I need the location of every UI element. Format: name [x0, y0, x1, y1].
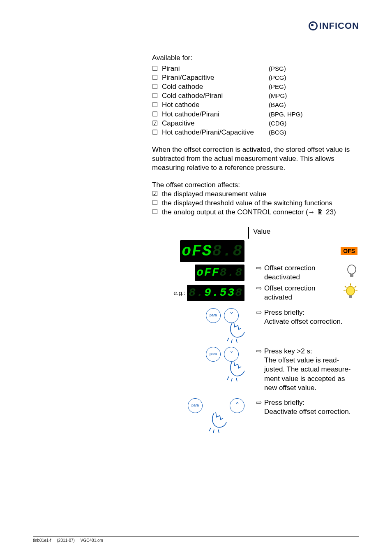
checkbox-unchecked-icon: ☐ [152, 65, 162, 73]
arrow-right-icon: ⇨ [256, 347, 262, 356]
hint-deactivated: Offset correction deactivated [264, 264, 346, 282]
sensor-name: Cold cathode [162, 82, 269, 91]
affects-item-threshold: ☐ the displayed threshold value of the s… [152, 199, 357, 208]
affects-text: the displayed threshold value of the swi… [162, 199, 357, 208]
sensor-code: (BPG, HPG) [269, 110, 303, 118]
checkbox-unchecked-icon: ☐ [152, 83, 162, 91]
sensor-row-pirani: ☐ Pirani (PSG) [152, 64, 357, 73]
arrow-right-icon: ⇨ [256, 308, 262, 317]
affects-heading: The offset correction affects: [152, 181, 357, 190]
seven-segment-display: oFF8.8 [195, 265, 244, 281]
sensor-row-hot-cathode-pirani: ☐ Hot cathode/Pirani (BPG, HPG) [152, 110, 357, 119]
sensor-row-hot-cathode: ☐ Hot cathode (BAG) [152, 100, 357, 109]
arrow-right-icon: ⇨ [256, 398, 262, 407]
sensor-code: (CDG) [269, 119, 286, 128]
main-content: Available for: ☐ Pirani (PSG) ☐ Pirani/C… [152, 53, 357, 431]
sensor-name: Hot cathode/Pirani/Capacitive [162, 128, 269, 137]
checkbox-unchecked-icon: ☐ [152, 92, 162, 100]
press-down-icon: ˅ [224, 308, 244, 341]
sensor-name: Hot cathode/Pirani [162, 110, 269, 119]
up-button-icon: ˄ [230, 398, 244, 413]
sensor-code: (BCG) [269, 128, 286, 137]
action-activate: para ˅ ⇨ Press briefly:Activate offset c… [152, 308, 357, 341]
hint-readjust-press: Press key >2 s:The offset value is read-… [264, 347, 357, 392]
seven-segment-display: oFS8.8 [180, 240, 244, 262]
svg-rect-8 [349, 295, 352, 298]
bulb-on-icon [344, 283, 357, 302]
example-label: e.g.: [173, 289, 185, 297]
footer-docid: tinb01e1-f [33, 538, 51, 543]
checkbox-unchecked-icon: ☐ [152, 208, 162, 216]
footer-date: (2011-07) [57, 538, 74, 543]
para-button-icon: para [206, 308, 221, 323]
sensor-code: (MPG) [269, 92, 287, 100]
sensor-code: (BAG) [269, 101, 286, 109]
display-row-ofs-large: oFS8.8 OFS [152, 240, 357, 262]
checkbox-unchecked-icon: ☐ [152, 74, 162, 82]
sensor-name: Hot cathode [162, 100, 269, 109]
svg-rect-1 [350, 274, 353, 277]
sensor-row-capacitive: ☑ Capacitive (CDG) [152, 119, 357, 128]
svg-point-7 [346, 286, 355, 295]
press-up-icon [206, 398, 226, 431]
action-deactivate: para ˄ ⇨ Press briefly:Deactivate offset… [152, 398, 357, 431]
brand-logo: INFICON [309, 21, 359, 31]
sensor-name: Capacitive [162, 119, 269, 128]
offset-description-paragraph: When the offset correction is activated,… [152, 145, 357, 172]
sensor-name: Pirani [162, 64, 269, 73]
arrow-right-icon: ⇨ [256, 284, 262, 293]
checkbox-checked-icon: ☑ [152, 190, 162, 198]
display-row-value: e.g.: 8.9.538 ⇨ Offset correction activa… [152, 283, 357, 302]
sensor-code: (PSG) [269, 65, 286, 73]
sensor-row-hot-cathode-pirani-capacitive: ☐ Hot cathode/Pirani/Capacitive (BCG) [152, 128, 357, 137]
svg-line-3 [345, 286, 346, 288]
affects-text: the analog output at the CONTROL connect… [162, 208, 357, 217]
affects-item-measurement: ☑ the displayed measurement value [152, 190, 357, 199]
checkbox-checked-icon: ☑ [152, 119, 162, 128]
seven-segment-display: 8.9.538 [187, 285, 244, 301]
hint-deactivate-press: Press briefly:Deactivate offset correcti… [264, 398, 357, 416]
svg-point-0 [348, 265, 356, 274]
footer-file: VGC401.om [81, 538, 103, 543]
hint-activated: Offset correction activated [264, 284, 344, 302]
value-table: Value oFS8.8 OFS oFF8.8 [152, 227, 357, 431]
checkbox-unchecked-icon: ☐ [152, 110, 162, 119]
value-column-header: Value [249, 227, 357, 239]
sensor-row-cold-cathode-pirani: ☐ Cold cathode/Pirani (MPG) [152, 91, 357, 100]
logo-text: INFICON [319, 21, 359, 31]
affects-text: the displayed measurement value [162, 190, 357, 199]
sensor-name: Cold cathode/Pirani [162, 91, 269, 100]
arrow-right-icon: ⇨ [256, 264, 262, 273]
sensor-code: (PCG) [269, 74, 286, 82]
page-footer: tinb01e1-f (2011-07) VGC401.om [33, 536, 359, 543]
press-down-hold-icon: ˅ [224, 347, 244, 380]
checkbox-unchecked-icon: ☐ [152, 199, 162, 207]
para-button-icon: para [188, 398, 203, 413]
ofs-badge: OFS [341, 247, 357, 255]
action-readjust: para ˅ ⇨ Press key >2 s:The offset value… [152, 347, 357, 392]
display-row-off: oFF8.8 ⇨ Offset correction deactivated [152, 264, 357, 282]
bulb-off-icon [346, 264, 357, 281]
checkbox-unchecked-icon: ☐ [152, 101, 162, 109]
sensor-row-cold-cathode: ☐ Cold cathode (PEG) [152, 82, 357, 91]
sensor-name: Pirani/Capacitive [162, 73, 269, 82]
logo-icon [309, 21, 318, 30]
sensor-row-pirani-capacitive: ☐ Pirani/Capacitive (PCG) [152, 73, 357, 82]
available-for-heading: Available for: [152, 53, 357, 63]
sensor-code: (PEG) [269, 83, 286, 91]
checkbox-unchecked-icon: ☐ [152, 128, 162, 137]
svg-line-4 [355, 286, 356, 288]
para-button-icon: para [206, 347, 221, 362]
affects-item-analog: ☐ the analog output at the CONTROL conne… [152, 208, 357, 217]
hint-activate-press: Press briefly:Activate offset correction… [264, 308, 357, 326]
